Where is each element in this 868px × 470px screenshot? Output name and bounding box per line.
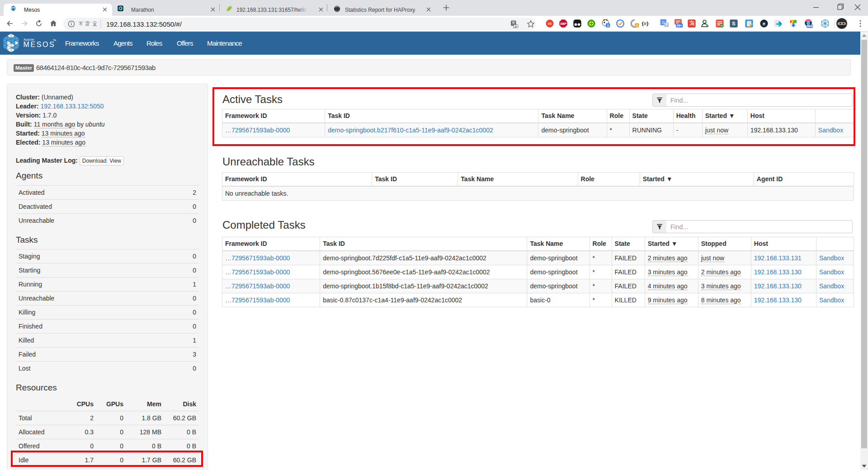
svg-text:∞: ∞ bbox=[548, 20, 552, 27]
svg-text:S: S bbox=[732, 21, 735, 26]
svg-text:e: e bbox=[763, 21, 765, 26]
svg-text:ABP: ABP bbox=[560, 22, 567, 25]
svg-text:99+: 99+ bbox=[677, 24, 682, 27]
svg-text:New: New bbox=[807, 24, 813, 28]
svg-text:1: 1 bbox=[636, 24, 638, 27]
svg-text:1: 1 bbox=[607, 24, 609, 27]
